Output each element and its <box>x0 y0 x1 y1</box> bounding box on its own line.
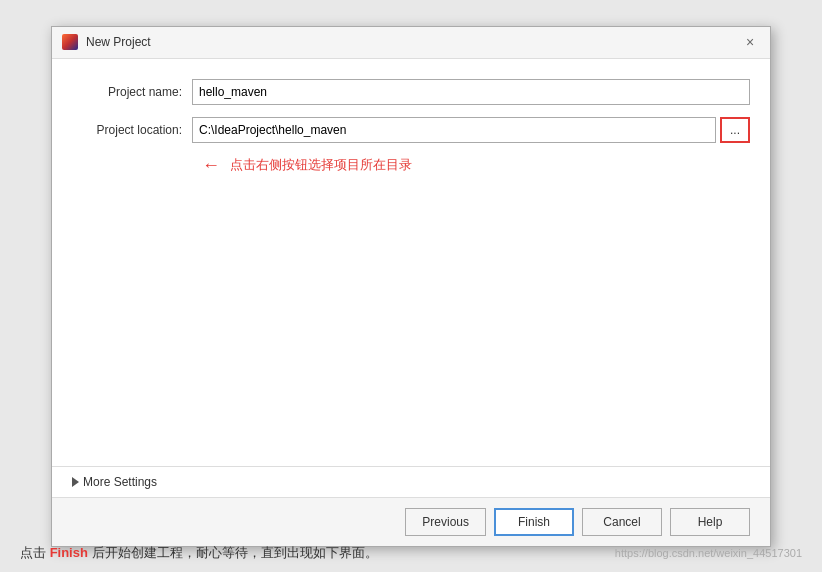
intellij-icon <box>62 34 78 50</box>
bottom-text-part1: 点击 <box>20 545 50 560</box>
bottom-description: 点击 Finish 后开始创建工程，耐心等待，直到出现如下界面。 <box>20 544 378 562</box>
more-settings-toggle[interactable]: More Settings <box>72 475 750 489</box>
finish-button[interactable]: Finish <box>494 508 574 536</box>
help-button[interactable]: Help <box>670 508 750 536</box>
project-name-row: Project name: <box>72 79 750 105</box>
bottom-annotation: 点击 Finish 后开始创建工程，耐心等待，直到出现如下界面。 https:/… <box>20 544 802 562</box>
triangle-icon <box>72 477 79 487</box>
new-project-dialog: New Project × Project name: Project loca… <box>51 26 771 547</box>
red-arrow-icon: ← <box>202 155 220 176</box>
title-bar-left: New Project <box>62 34 151 50</box>
empty-space <box>72 176 750 456</box>
more-settings-bar: More Settings <box>52 466 770 497</box>
close-button[interactable]: × <box>740 32 760 52</box>
project-location-input[interactable] <box>192 117 716 143</box>
button-bar: Previous Finish Cancel Help <box>52 497 770 546</box>
cancel-button[interactable]: Cancel <box>582 508 662 536</box>
bottom-text-part2: 后开始创建工程，耐心等待，直到出现如下界面。 <box>88 545 378 560</box>
previous-button[interactable]: Previous <box>405 508 486 536</box>
dialog-title: New Project <box>86 35 151 49</box>
bottom-finish-keyword: Finish <box>50 545 88 560</box>
more-settings-label: More Settings <box>83 475 157 489</box>
annotation-text: 点击右侧按钮选择项目所在目录 <box>230 156 412 174</box>
title-bar: New Project × <box>52 27 770 59</box>
project-name-input[interactable] <box>192 79 750 105</box>
dialog-content: Project name: Project location: ... ← 点击… <box>52 59 770 466</box>
screen-background: New Project × Project name: Project loca… <box>0 0 822 572</box>
location-input-wrapper: ... <box>192 117 750 143</box>
project-location-label: Project location: <box>72 123 192 137</box>
annotation-area: ← 点击右侧按钮选择项目所在目录 <box>202 155 750 176</box>
project-location-row: Project location: ... <box>72 117 750 143</box>
browse-button[interactable]: ... <box>720 117 750 143</box>
project-name-label: Project name: <box>72 85 192 99</box>
watermark: https://blog.csdn.net/weixin_44517301 <box>615 547 802 559</box>
